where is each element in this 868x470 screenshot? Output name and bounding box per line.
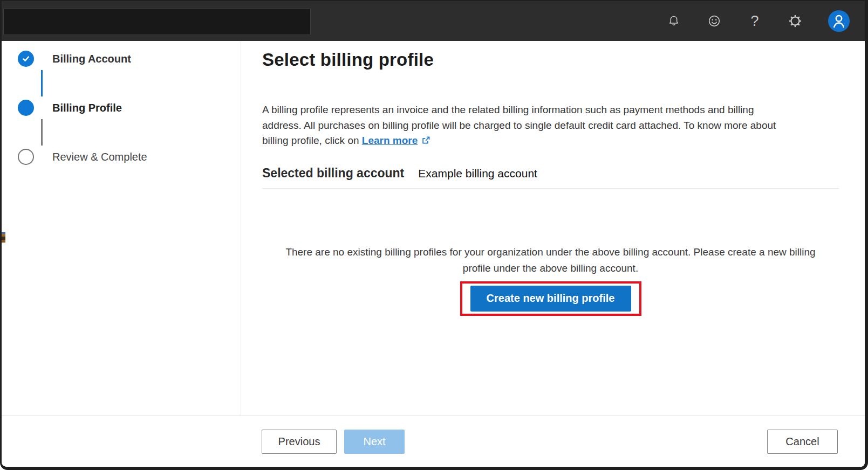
page-title: Select billing profile [262,50,839,70]
selected-account-label: Selected billing account [262,166,404,181]
learn-more-link[interactable]: Learn more [362,135,431,146]
section-divider [262,188,839,189]
help-icon[interactable]: ? [747,13,762,29]
selected-billing-account-row: Selected billing account Example billing… [262,166,839,181]
step-label: Review & Complete [52,151,147,163]
step-review-complete[interactable]: Review & Complete [18,149,241,165]
smiley-icon[interactable] [707,13,722,29]
help-glyph: ? [750,14,758,29]
screen-edge-artifact [2,232,5,243]
wizard-stepper: Billing Account Billing Profile Review &… [2,41,241,416]
gear-icon[interactable] [788,13,803,29]
redacted-search-region [3,8,311,35]
step-connector [41,119,43,146]
bell-icon[interactable] [666,13,681,29]
step-current-dot-icon [18,100,34,116]
step-connector [41,70,43,96]
red-highlight-box: Create new billing profile [460,281,641,316]
main-panel: Select billing profile A billing profile… [241,41,865,416]
external-link-icon [421,135,431,146]
selected-account-value: Example billing account [418,167,537,180]
next-button[interactable]: Next [344,430,405,454]
cta-container: Create new billing profile [262,281,839,316]
no-profiles-message: There are no existing billing profiles f… [279,244,822,277]
step-label: Billing Account [52,53,131,65]
avatar-icon[interactable] [828,10,850,32]
billing-profile-description: A billing profile represents an invoice … [262,102,794,149]
description-text: A billing profile represents an invoice … [262,104,776,146]
learn-more-label: Learn more [362,135,418,146]
app-window: ? [0,0,868,470]
step-upcoming-circle-icon [18,149,34,165]
create-new-billing-profile-button[interactable]: Create new billing profile [470,286,631,312]
top-bar: ? [2,1,865,41]
step-completed-check-icon [18,51,34,67]
topbar-icon-group: ? [666,10,850,32]
step-label: Billing Profile [52,102,122,114]
step-billing-profile[interactable]: Billing Profile [18,100,241,116]
previous-button[interactable]: Previous [262,430,337,454]
cancel-button[interactable]: Cancel [767,430,838,454]
step-billing-account[interactable]: Billing Account [18,51,241,67]
content-row: Billing Account Billing Profile Review &… [2,41,865,416]
footer-bar: Previous Next Cancel [2,416,865,467]
